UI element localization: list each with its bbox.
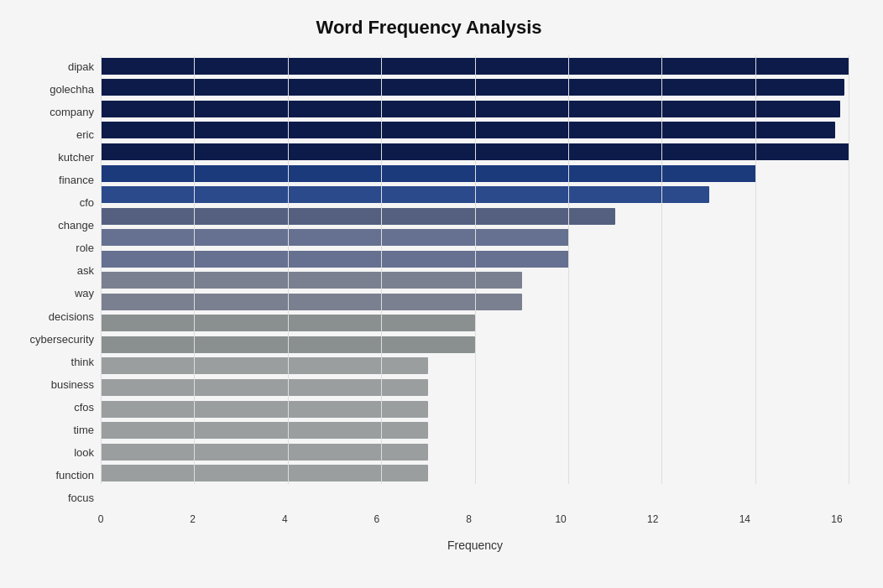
y-label-focus: focus (8, 492, 94, 503)
bar-row (101, 356, 849, 377)
bar-row (101, 184, 849, 206)
x-axis-labels: 0246810121416 (101, 509, 849, 534)
bar-cfo (101, 186, 709, 203)
bar-row (101, 55, 849, 77)
bar-role (101, 229, 569, 246)
y-label-company: company (8, 107, 94, 117)
bar-time (101, 401, 428, 418)
y-label-function: function (8, 470, 94, 481)
bar-row (101, 248, 849, 270)
bars-wrapper (101, 55, 849, 509)
x-tick-label: 12 (640, 513, 666, 534)
chart-title: Word Frequency Analysis (8, 17, 849, 39)
bar-row (101, 77, 849, 99)
y-labels: dipakgolechhacompanyerickutcherfinancecf… (8, 55, 101, 509)
bar-cybersecurity (101, 315, 475, 331)
bar-dipak (101, 58, 849, 75)
bar-row (101, 206, 849, 227)
y-label-change: change (8, 220, 94, 231)
y-label-finance: finance (8, 174, 94, 185)
bar-row (101, 377, 849, 398)
y-label-think: think (8, 356, 94, 367)
x-tick-label: 0 (88, 513, 113, 534)
bar-row (101, 441, 849, 463)
x-axis-title: Frequency (101, 539, 849, 552)
y-label-golechha: golechha (8, 84, 94, 95)
y-label-business: business (8, 379, 94, 390)
bar-finance (101, 165, 756, 182)
y-label-ask: ask (8, 265, 94, 276)
bar-think (101, 336, 475, 353)
bar-row (101, 120, 849, 142)
bar-focus (101, 465, 428, 481)
bar-business (101, 357, 428, 374)
x-tick-label: 4 (272, 513, 297, 534)
bar-row (101, 226, 849, 248)
bar-row (101, 419, 849, 441)
x-tick-label: 16 (824, 513, 849, 534)
bar-function (101, 444, 428, 461)
bar-change (101, 208, 615, 225)
chart-container: Word Frequency Analysis dipakgolechhacom… (0, 0, 883, 588)
bars-and-grid (101, 55, 849, 509)
y-label-dipak: dipak (8, 61, 94, 72)
bar-way (101, 272, 522, 289)
x-tick-label: 10 (548, 513, 573, 534)
x-tick-label: 8 (457, 513, 482, 534)
bar-ask (101, 251, 569, 268)
x-tick-label: 14 (732, 513, 757, 534)
bar-row (101, 291, 849, 313)
bar-golechha (101, 79, 844, 96)
bar-decisions (101, 294, 522, 310)
bar-row (101, 141, 849, 163)
bar-cfos (101, 379, 428, 396)
y-label-time: time (8, 424, 94, 435)
bar-row (101, 398, 849, 420)
y-label-role: role (8, 242, 94, 253)
y-label-kutcher: kutcher (8, 152, 94, 163)
bar-row (101, 98, 849, 120)
bar-row (101, 462, 849, 484)
chart-area: dipakgolechhacompanyerickutcherfinancecf… (8, 55, 849, 509)
x-tick-label: 2 (180, 513, 206, 534)
y-label-way: way (8, 288, 94, 299)
bar-look (101, 422, 428, 439)
bar-company (101, 101, 840, 117)
bar-row (101, 163, 849, 185)
bar-row (101, 313, 849, 335)
bottom-section: 0246810121416 Frequency (101, 509, 849, 552)
x-tick-label: 6 (364, 513, 389, 534)
bar-row (101, 269, 849, 291)
y-label-decisions: decisions (8, 311, 94, 322)
bar-row (101, 334, 849, 356)
y-label-eric: eric (8, 129, 94, 140)
bar-eric (101, 122, 835, 138)
bar-kutcher (101, 143, 849, 160)
y-label-cfos: cfos (8, 402, 94, 413)
y-label-cfo: cfo (8, 197, 94, 208)
y-label-cybersecurity: cybersecurity (8, 334, 94, 345)
y-label-look: look (8, 447, 94, 458)
